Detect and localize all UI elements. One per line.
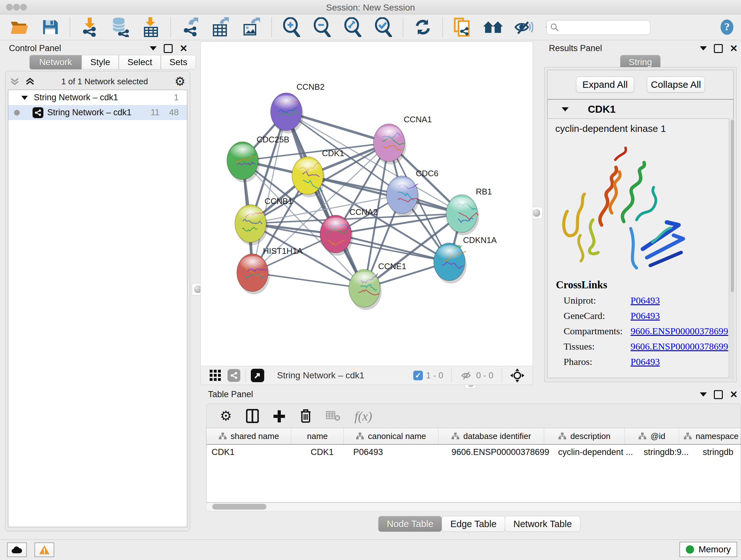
- network-node-cdkn1a[interactable]: CDKN1A: [434, 235, 497, 284]
- first-neighbors-button[interactable]: [483, 17, 503, 37]
- delete-column-icon[interactable]: [300, 409, 312, 423]
- float-panel-button[interactable]: [164, 44, 173, 53]
- crosslink-value-link[interactable]: P06493: [630, 310, 660, 321]
- crosslink-value-link[interactable]: 9606.ENSP00000378699: [630, 326, 728, 336]
- network-edge[interactable]: [286, 112, 364, 288]
- cloud-button[interactable]: [7, 543, 27, 557]
- search-input[interactable]: [559, 22, 640, 33]
- warnings-button[interactable]: [35, 543, 54, 557]
- tab-sets[interactable]: Sets: [161, 55, 196, 70]
- close-panel-button[interactable]: ✕: [730, 391, 738, 398]
- zoom-fit-button[interactable]: [343, 17, 362, 37]
- help-button[interactable]: ?: [719, 19, 735, 36]
- panel-menu-caret[interactable]: [700, 392, 707, 396]
- tab-network-table[interactable]: Network Table: [505, 516, 581, 532]
- hidden-eye-icon[interactable]: [460, 370, 473, 381]
- float-panel-button[interactable]: [714, 390, 723, 399]
- network-share-icon[interactable]: [227, 369, 240, 382]
- gene-section-header[interactable]: CDK1: [547, 99, 734, 119]
- network-row[interactable]: String Network – cdk1 11 48: [8, 105, 187, 120]
- node-label: CCNA2: [349, 207, 378, 217]
- collapse-all-button[interactable]: Collapse All: [647, 77, 705, 92]
- collapse-all-networks-icon[interactable]: [10, 77, 19, 86]
- column-header[interactable]: name: [291, 428, 344, 444]
- float-panel-button[interactable]: [714, 44, 723, 53]
- column-header[interactable]: description: [544, 428, 625, 444]
- expand-all-networks-icon[interactable]: [25, 77, 35, 86]
- gene-expander-caret[interactable]: [562, 107, 569, 111]
- network-view[interactable]: CCNB2CCNA1CDC25BCDK1CDC6RB1CCNB1CCNA2CDK…: [200, 42, 533, 367]
- column-header[interactable]: database identifier: [439, 428, 544, 444]
- network-node-ccne1[interactable]: CCNE1: [349, 261, 406, 310]
- export-table-button[interactable]: [211, 17, 231, 37]
- column-header[interactable]: @id: [625, 428, 679, 444]
- show-columns-icon[interactable]: [246, 409, 259, 423]
- table-row[interactable]: CDK1CDK1P064939606.ENSP00000378699cyclin…: [206, 445, 741, 459]
- table-cell[interactable]: 9606.ENSP00000378699: [448, 447, 553, 457]
- panel-menu-caret[interactable]: [700, 46, 707, 51]
- crosshair-icon[interactable]: [510, 368, 524, 382]
- import-network-database-button[interactable]: [111, 17, 130, 37]
- column-type-icon: [451, 432, 460, 440]
- network-node-ccnb2[interactable]: CCNB2: [271, 82, 325, 133]
- tab-edge-table[interactable]: Edge Table: [442, 516, 505, 532]
- delete-table-icon[interactable]: [326, 410, 340, 422]
- network-node-cdc25b[interactable]: CDC25B: [227, 135, 289, 182]
- column-label: database identifier: [463, 431, 531, 441]
- close-panel-button[interactable]: ✕: [730, 45, 738, 52]
- tab-select[interactable]: Select: [119, 55, 161, 70]
- panel-menu-caret[interactable]: [150, 46, 157, 51]
- node-label: CDKN1A: [463, 235, 497, 245]
- results-scrollbar[interactable]: [731, 118, 734, 380]
- column-header[interactable]: canonical name: [344, 428, 439, 444]
- table-cell[interactable]: stringdb: [697, 447, 741, 457]
- table-cell[interactable]: P06493: [348, 447, 448, 457]
- search-box[interactable]: [546, 20, 650, 35]
- expand-all-button[interactable]: Expand All: [576, 77, 634, 92]
- zoom-out-button[interactable]: [312, 17, 332, 37]
- hide-selected-button[interactable]: [514, 17, 534, 37]
- export-table-icon: [212, 17, 230, 37]
- function-builder-icon[interactable]: f(x): [354, 409, 373, 424]
- grid-view-icon[interactable]: [210, 370, 221, 381]
- network-node-cdc6[interactable]: CDC6: [387, 169, 439, 216]
- table-cell[interactable]: cyclin-dependent ...: [553, 447, 638, 457]
- memory-button[interactable]: Memory: [679, 542, 737, 557]
- refresh-button[interactable]: [413, 17, 433, 37]
- table-cell[interactable]: CDK1: [206, 447, 296, 457]
- table-settings-gear-icon[interactable]: ⚙: [220, 409, 232, 423]
- zoom-selected-button[interactable]: [374, 17, 393, 37]
- table-horizontal-scrollbar[interactable]: [206, 503, 741, 511]
- crosslink-value-link[interactable]: P06493: [630, 295, 660, 306]
- network-collection-row[interactable]: String Network – cdk1 1: [8, 90, 187, 105]
- create-column-icon[interactable]: [273, 409, 286, 423]
- network-node-rb1[interactable]: RB1: [446, 187, 492, 235]
- control-panel-title: Control Panel: [9, 44, 61, 53]
- network-node-hist1h1a[interactable]: HIST1H1A: [237, 246, 303, 294]
- tab-network[interactable]: Network: [29, 55, 82, 70]
- export-network-button[interactable]: [181, 17, 200, 37]
- column-header[interactable]: namespace: [679, 428, 741, 444]
- column-header[interactable]: shared name: [206, 428, 291, 444]
- table-cell[interactable]: CDK1: [296, 447, 348, 457]
- crosslink-value-link[interactable]: P06493: [630, 356, 660, 367]
- save-session-button[interactable]: [40, 17, 60, 37]
- network-node-ccna1[interactable]: CCNA1: [374, 115, 432, 165]
- network-node-ccnb1[interactable]: CCNB1: [235, 196, 293, 245]
- network-options-gear-icon[interactable]: ⚙: [175, 75, 185, 87]
- export-image-button[interactable]: [242, 17, 262, 37]
- close-panel-button[interactable]: ✕: [180, 45, 188, 52]
- node-table[interactable]: shared namenamecanonical namedatabase id…: [206, 428, 741, 503]
- tab-node-table[interactable]: Node Table: [378, 516, 442, 532]
- open-session-button[interactable]: [10, 17, 29, 37]
- import-table-file-button[interactable]: [141, 17, 161, 37]
- tree-expander-icon[interactable]: [21, 95, 28, 101]
- crosslink-value-link[interactable]: 9606.ENSP00000378699: [630, 341, 728, 352]
- zoom-in-button[interactable]: [281, 17, 301, 37]
- import-network-file-button[interactable]: [80, 17, 99, 37]
- selected-checkbox-icon[interactable]: ✓: [413, 371, 423, 380]
- detach-view-icon[interactable]: [251, 369, 264, 382]
- tab-style[interactable]: Style: [82, 55, 119, 70]
- table-cell[interactable]: stringdb:9...: [638, 447, 697, 457]
- clone-network-button[interactable]: [453, 17, 472, 37]
